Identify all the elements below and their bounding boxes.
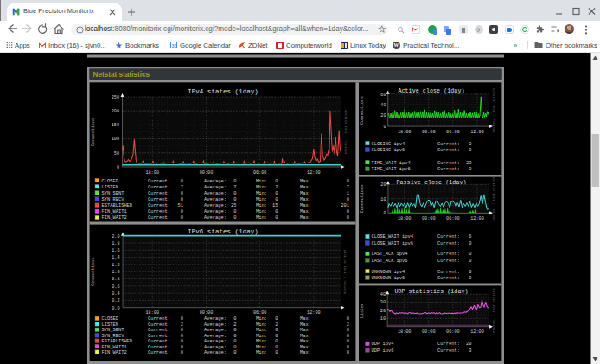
svg-text:Max:: Max: (300, 345, 311, 350)
svg-text:Average:: Average: (204, 209, 227, 214)
svg-text:0: 0 (469, 276, 471, 281)
svg-text:12:00: 12:00 (470, 329, 484, 335)
svg-text:SYN_RECV: SYN_RECV (102, 334, 125, 339)
svg-text:SYN_SENT: SYN_SENT (102, 191, 125, 196)
svg-text:UDP statistics (1day): UDP statistics (1day) (394, 289, 468, 295)
svg-text:06:00: 06:00 (446, 216, 460, 221)
svg-text:Current:: Current: (437, 259, 460, 264)
svg-text:0: 0 (383, 211, 386, 216)
svg-text:Current:: Current: (437, 348, 460, 354)
svg-text:Current:: Current: (437, 276, 460, 281)
svg-text:Average:: Average: (204, 350, 227, 355)
svg-text:20: 20 (466, 342, 471, 347)
svg-text:Average:: Average: (204, 203, 227, 208)
svg-text:CLOSE_WAIT ipv6: CLOSE_WAIT ipv6 (372, 241, 414, 246)
svg-text:201: 201 (341, 203, 349, 208)
svg-text:0: 0 (275, 197, 278, 202)
svg-text:60: 60 (380, 93, 386, 98)
svg-text:LAST_ACK ipv6: LAST_ACK ipv6 (372, 259, 408, 264)
svg-text:Average:: Average: (204, 328, 227, 333)
svg-text:0: 0 (233, 316, 236, 322)
svg-text:Min:: Min: (256, 350, 267, 355)
svg-text:UDP ipv6: UDP ipv6 (372, 348, 394, 354)
svg-text:Current:: Current: (148, 197, 170, 202)
svg-text:Current:: Current: (148, 316, 170, 322)
svg-text:0: 0 (275, 191, 278, 196)
svg-text:Current:: Current: (148, 334, 170, 339)
svg-text:1.2: 1.2 (112, 263, 119, 268)
svg-text:0: 0 (233, 328, 236, 333)
svg-text:0: 0 (233, 191, 236, 196)
svg-text:0: 0 (275, 328, 278, 333)
svg-text:0: 0 (347, 179, 349, 184)
svg-text:06:00: 06:00 (253, 310, 267, 316)
svg-text:2: 2 (233, 322, 236, 328)
svg-text:150: 150 (112, 123, 119, 128)
svg-text:TIME_WAIT ipv6: TIME_WAIT ipv6 (372, 167, 411, 172)
svg-text:00:00: 00:00 (422, 130, 436, 135)
svg-text:0.8: 0.8 (112, 277, 119, 282)
svg-text:IPv4 states (1day): IPv4 states (1day) (188, 88, 259, 95)
svg-text:CLOSE_WAIT ipv4: CLOSE_WAIT ipv4 (372, 234, 414, 239)
svg-text:20: 20 (380, 182, 386, 188)
svg-text:Min:: Min: (256, 328, 267, 333)
svg-text:Current:: Current: (437, 167, 460, 172)
svg-text:LISTEN: LISTEN (102, 322, 118, 328)
svg-text:Max:: Max: (300, 215, 311, 220)
svg-text:0: 0 (275, 339, 278, 344)
svg-text:0: 0 (181, 339, 183, 344)
svg-text:50: 50 (114, 151, 119, 156)
svg-text:Average:: Average: (204, 316, 227, 322)
svg-text:0.4: 0.4 (112, 291, 119, 297)
svg-text:CLOSED: CLOSED (102, 179, 118, 184)
svg-text:18:00: 18:00 (398, 329, 412, 335)
svg-text:0: 0 (347, 209, 349, 214)
svg-text:0: 0 (233, 215, 236, 220)
svg-text:18:00: 18:00 (146, 170, 160, 176)
svg-text:1: 1 (347, 191, 349, 196)
svg-text:6: 6 (469, 234, 471, 239)
svg-text:15: 15 (272, 203, 278, 208)
svg-text:Min:: Min: (256, 191, 267, 196)
svg-text:200: 200 (112, 109, 119, 114)
svg-text:Current:: Current: (148, 215, 170, 220)
svg-text:18:00: 18:00 (146, 310, 160, 316)
svg-text:Average:: Average: (204, 334, 227, 339)
svg-text:Current:: Current: (148, 350, 170, 355)
svg-text:2.0: 2.0 (112, 234, 119, 239)
svg-text:0: 0 (347, 339, 349, 344)
svg-text:Max:: Max: (300, 191, 311, 196)
svg-text:7: 7 (275, 185, 278, 190)
svg-text:Max:: Max: (300, 316, 311, 322)
svg-text:0: 0 (233, 350, 236, 355)
svg-text:18:00: 18:00 (398, 216, 412, 221)
svg-text:0: 0 (469, 252, 471, 257)
svg-text:Average:: Average: (204, 345, 227, 350)
svg-text:51: 51 (178, 203, 183, 208)
svg-text:12:00: 12:00 (470, 216, 484, 221)
svg-text:0: 0 (383, 125, 386, 130)
svg-text:0: 0 (181, 209, 183, 214)
svg-text:Max:: Max: (300, 197, 311, 202)
svg-text:1.6: 1.6 (112, 248, 119, 253)
svg-text:Current:: Current: (437, 161, 460, 166)
svg-text:20: 20 (380, 113, 386, 118)
svg-text:0: 0 (181, 197, 183, 202)
svg-text:0: 0 (469, 142, 471, 147)
svg-text:00:00: 00:00 (422, 329, 436, 335)
svg-text:10: 10 (380, 316, 386, 322)
svg-text:Current:: Current: (437, 342, 460, 347)
svg-text:250: 250 (112, 95, 119, 100)
svg-text:0: 0 (275, 350, 278, 355)
svg-text:1.8: 1.8 (112, 241, 119, 246)
svg-text:0: 0 (233, 197, 236, 202)
svg-text:Current:: Current: (437, 270, 460, 275)
svg-text:Current:: Current: (437, 234, 460, 239)
svg-text:Connections: Connections (91, 258, 96, 286)
svg-text:0: 0 (181, 328, 183, 333)
svg-text:Min:: Min: (256, 339, 267, 344)
svg-text:0: 0 (347, 215, 349, 220)
svg-text:0: 0 (181, 350, 183, 355)
svg-text:0: 0 (181, 316, 183, 322)
svg-text:0: 0 (469, 270, 471, 275)
